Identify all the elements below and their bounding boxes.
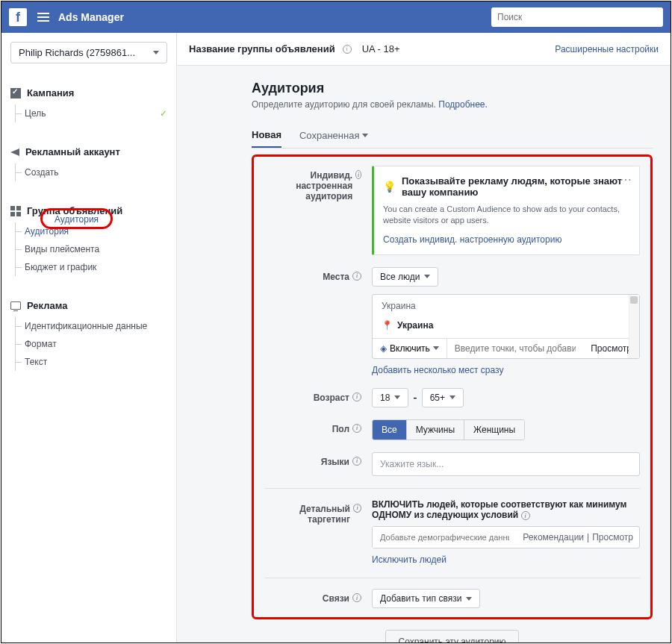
sidebar: Philip Richards (2759861... Кампания Цел… (1, 33, 177, 643)
save-audience-button[interactable]: Сохранить эту аудиторию (385, 630, 518, 643)
chevron-down-icon (449, 396, 455, 399)
language-input[interactable]: Укажите язык... (372, 452, 640, 476)
info-icon[interactable]: i (352, 424, 361, 433)
nav-item-identity[interactable]: Идентификационные данные (16, 317, 167, 335)
exclude-people-link[interactable]: Исключить людей (372, 554, 447, 565)
app-title: Ads Manager (58, 11, 124, 23)
location-input[interactable] (447, 339, 583, 358)
detailed-input[interactable] (373, 527, 517, 548)
detailed-include-text: ВКЛЮЧИТЬ людей, которые соответствуют ка… (372, 499, 640, 521)
info-icon[interactable]: i (343, 45, 352, 54)
bulb-icon: 💡 (383, 181, 396, 193)
chevron-down-icon (424, 275, 430, 278)
menu-icon[interactable] (37, 13, 49, 22)
account-name: Philip Richards (2759861... (19, 47, 135, 58)
location-group: Украина (373, 295, 639, 317)
topbar: f Ads Manager (1, 1, 671, 33)
gender-segments: Все Мужчины Женщины (372, 419, 525, 440)
nav-item-goal[interactable]: Цель ✓ (16, 104, 167, 122)
nav-item-budget[interactable]: Бюджет и график (16, 258, 167, 276)
account-selector[interactable]: Philip Richards (2759861... (10, 42, 167, 63)
chevron-down-icon (153, 51, 159, 54)
highlight-box: Индивид. настроенная аудиторияi ⋯ 💡Показ… (252, 154, 653, 619)
info-icon[interactable]: i (353, 504, 361, 513)
scrollbar[interactable] (629, 295, 639, 358)
grid-icon (10, 206, 21, 216)
people-selector[interactable]: Все люди (372, 267, 438, 287)
location-chip[interactable]: 📍Украина (373, 317, 639, 338)
nav-adaccount[interactable]: Рекламный аккаунт (10, 143, 167, 160)
info-icon[interactable]: i (521, 511, 530, 520)
pin-icon: 📍 (382, 320, 393, 331)
label-detailed-targeting: Детальный таргетингi (264, 499, 361, 566)
label-custom-audience: Индивид. настроенная аудиторияi (264, 166, 361, 255)
nav-adset[interactable]: Группа объявлений (10, 202, 167, 219)
info-icon[interactable]: i (352, 272, 361, 281)
search-input[interactable] (497, 12, 657, 22)
add-connection-type[interactable]: Добавить тип связи (372, 589, 480, 608)
pin-icon: ◈ (380, 343, 387, 354)
label-places: Местаi (264, 267, 361, 376)
megaphone-icon (10, 149, 19, 156)
section-title: Аудитория (252, 81, 653, 96)
info-icon[interactable]: i (352, 457, 361, 466)
learn-more-link[interactable]: Подробнее. (438, 99, 488, 110)
divider (264, 578, 640, 578)
gender-women[interactable]: Женщины (464, 420, 524, 440)
tab-saved[interactable]: Сохраненная (299, 123, 368, 148)
more-icon[interactable]: ⋯ (620, 172, 632, 187)
info-icon[interactable]: i (352, 593, 361, 602)
chevron-down-icon (466, 597, 472, 601)
hint-card: ⋯ 💡Показывайте рекламу людям, которые зн… (372, 166, 640, 255)
location-box: Украина 📍Украина ◈Включить Просмотр (372, 294, 640, 359)
info-icon[interactable]: i (355, 170, 361, 179)
nav-item-placements[interactable]: Виды плейсмента (16, 240, 167, 258)
divider (264, 488, 640, 489)
main: Название группы объявлений i Расширенные… (177, 33, 671, 643)
checkbox-icon (10, 88, 21, 99)
tabs: Новая Сохраненная (252, 123, 653, 149)
include-selector[interactable]: ◈Включить (373, 339, 447, 358)
suggestions-link[interactable]: Рекомендации (523, 532, 584, 543)
group-bar: Название группы объявлений i Расширенные… (177, 33, 671, 66)
group-name-input[interactable] (359, 40, 548, 57)
bulk-locations-link[interactable]: Добавить несколько мест сразу (372, 365, 503, 375)
nav-item-audience[interactable]: Аудитория (16, 222, 167, 240)
create-custom-audience-link[interactable]: Создать индивид. настроенную аудиторию (383, 234, 561, 245)
section-subtitle: Определите аудиторию для своей рекламы. … (252, 99, 653, 110)
nav-item-text[interactable]: Текст (16, 353, 167, 371)
chevron-down-icon (362, 134, 368, 137)
label-connections: Связиi (264, 589, 361, 608)
search-box[interactable] (491, 7, 663, 27)
label-gender: Полi (264, 419, 361, 440)
age-to[interactable]: 65+ (422, 388, 464, 407)
screen-icon (10, 301, 21, 310)
advanced-settings-link[interactable]: Расширенные настройки (555, 44, 659, 54)
age-from[interactable]: 18 (372, 388, 408, 407)
gender-all[interactable]: Все (373, 420, 407, 440)
group-label: Название группы объявлений (189, 43, 335, 54)
gender-men[interactable]: Мужчины (407, 420, 464, 440)
chevron-down-icon (433, 346, 439, 350)
facebook-logo-icon[interactable]: f (9, 8, 27, 26)
label-age: Возрастi (264, 388, 361, 407)
check-icon: ✓ (160, 108, 167, 119)
nav-ad[interactable]: Реклама (10, 297, 167, 314)
tab-new[interactable]: Новая (252, 123, 281, 148)
detailed-input-box: Рекомендации|Просмотр (372, 526, 640, 548)
nav-item-format[interactable]: Формат (16, 335, 167, 353)
chevron-down-icon (394, 396, 400, 399)
browse-link[interactable]: Просмотр (592, 532, 633, 543)
nav-campaign[interactable]: Кампания (10, 84, 167, 101)
label-languages: Языкиi (264, 452, 361, 476)
info-icon[interactable]: i (352, 393, 361, 401)
nav-item-create[interactable]: Создать (16, 163, 167, 181)
